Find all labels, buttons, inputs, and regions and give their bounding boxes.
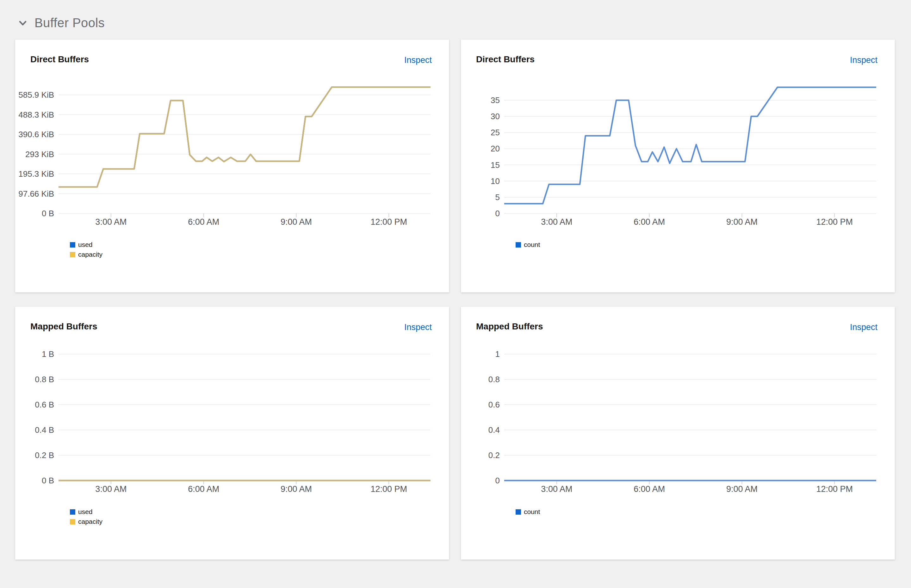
svg-text:6:00 AM: 6:00 AM: [634, 217, 665, 227]
legend-swatch-count: [516, 509, 521, 515]
svg-text:9:00 AM: 9:00 AM: [281, 217, 312, 227]
svg-text:293 KiB: 293 KiB: [25, 150, 54, 159]
svg-text:5: 5: [495, 192, 500, 202]
svg-text:6:00 AM: 6:00 AM: [188, 484, 219, 494]
legend-label: count: [524, 508, 540, 515]
svg-text:97.66 KiB: 97.66 KiB: [18, 189, 54, 199]
svg-text:0.6: 0.6: [489, 400, 500, 409]
legend-label: capacity: [78, 251, 102, 258]
svg-text:15: 15: [490, 160, 500, 170]
legend-swatch-capacity: [70, 519, 75, 525]
panel-direct-buffers-count: Direct Buffers Inspect 051015202530353:0…: [461, 39, 895, 292]
svg-text:35: 35: [490, 95, 500, 105]
panel-mapped-buffers-count: Mapped Buffers Inspect 00.20.40.60.813:0…: [461, 307, 895, 559]
svg-text:25: 25: [490, 128, 500, 137]
svg-text:3:00 AM: 3:00 AM: [95, 217, 126, 227]
legend-item-capacity: capacity: [70, 251, 102, 258]
legend-swatch-count: [516, 242, 521, 247]
svg-text:0: 0: [495, 208, 500, 218]
legend-item-count: count: [516, 508, 540, 515]
mapped-buffers-memory-line-chart[interactable]: 0 B0.2 B0.4 B0.6 B0.8 B1 B3:00 AM6:00 AM…: [15, 307, 449, 504]
svg-text:9:00 AM: 9:00 AM: [726, 217, 757, 227]
chart-legend: count: [516, 241, 540, 251]
legend-swatch-capacity: [70, 252, 75, 257]
svg-text:0.8 B: 0.8 B: [35, 375, 54, 384]
legend-item-count: count: [516, 241, 540, 249]
legend-swatch-used: [70, 509, 75, 515]
chart-legend: used capacity: [70, 241, 102, 260]
legend-item-capacity: capacity: [70, 518, 102, 525]
svg-text:20: 20: [490, 144, 500, 153]
svg-text:0.2 B: 0.2 B: [35, 451, 54, 460]
section-title: Buffer Pools: [34, 16, 105, 30]
direct-buffers-count-line-chart[interactable]: 051015202530353:00 AM6:00 AM9:00 AM12:00…: [461, 39, 895, 237]
svg-text:0.6 B: 0.6 B: [35, 400, 54, 409]
svg-text:0: 0: [495, 476, 500, 485]
svg-text:1 B: 1 B: [42, 349, 54, 359]
chart-legend: count: [516, 508, 540, 518]
chevron-down-glyph: [18, 18, 28, 28]
svg-text:3:00 AM: 3:00 AM: [541, 484, 572, 494]
svg-text:12:00 PM: 12:00 PM: [371, 217, 407, 227]
svg-text:585.9 KiB: 585.9 KiB: [18, 90, 54, 100]
chart-legend: used capacity: [70, 508, 102, 528]
legend-label: used: [78, 241, 93, 249]
svg-text:6:00 AM: 6:00 AM: [188, 217, 219, 227]
legend-swatch-used: [70, 242, 75, 247]
svg-text:390.6 KiB: 390.6 KiB: [18, 129, 54, 139]
svg-text:1: 1: [495, 349, 500, 359]
svg-text:12:00 PM: 12:00 PM: [816, 217, 853, 227]
svg-text:0.4 B: 0.4 B: [35, 425, 54, 435]
legend-label: count: [524, 241, 540, 249]
legend-label: capacity: [78, 518, 102, 525]
svg-text:6:00 AM: 6:00 AM: [634, 484, 665, 494]
svg-text:0.2: 0.2: [489, 451, 500, 460]
svg-text:12:00 PM: 12:00 PM: [816, 484, 853, 494]
svg-text:3:00 AM: 3:00 AM: [541, 217, 572, 227]
chevron-down-icon[interactable]: [18, 18, 28, 28]
panel-direct-buffers-memory: Direct Buffers Inspect 0 B97.66 KiB195.3…: [15, 39, 449, 292]
svg-text:0.8: 0.8: [489, 375, 500, 384]
svg-text:0 B: 0 B: [42, 208, 54, 218]
svg-text:0 B: 0 B: [42, 476, 54, 485]
svg-text:10: 10: [490, 176, 500, 186]
svg-text:3:00 AM: 3:00 AM: [95, 484, 126, 494]
svg-text:9:00 AM: 9:00 AM: [726, 484, 757, 494]
svg-text:488.3 KiB: 488.3 KiB: [18, 110, 54, 120]
direct-buffers-memory-line-chart[interactable]: 0 B97.66 KiB195.3 KiB293 KiB390.6 KiB488…: [15, 39, 449, 237]
svg-text:30: 30: [490, 111, 500, 121]
legend-label: used: [78, 508, 93, 515]
mapped-buffers-count-line-chart[interactable]: 00.20.40.60.813:00 AM6:00 AM9:00 AM12:00…: [461, 307, 895, 504]
legend-item-used: used: [70, 241, 102, 249]
panels-grid: Direct Buffers Inspect 0 B97.66 KiB195.3…: [15, 39, 895, 559]
legend-item-used: used: [70, 508, 102, 515]
panel-mapped-buffers-memory: Mapped Buffers Inspect 0 B0.2 B0.4 B0.6 …: [15, 307, 449, 559]
svg-text:9:00 AM: 9:00 AM: [281, 484, 312, 494]
svg-text:12:00 PM: 12:00 PM: [371, 484, 407, 494]
svg-text:195.3 KiB: 195.3 KiB: [18, 169, 54, 179]
section-header: Buffer Pools: [18, 16, 105, 30]
svg-text:0.4: 0.4: [489, 425, 500, 435]
